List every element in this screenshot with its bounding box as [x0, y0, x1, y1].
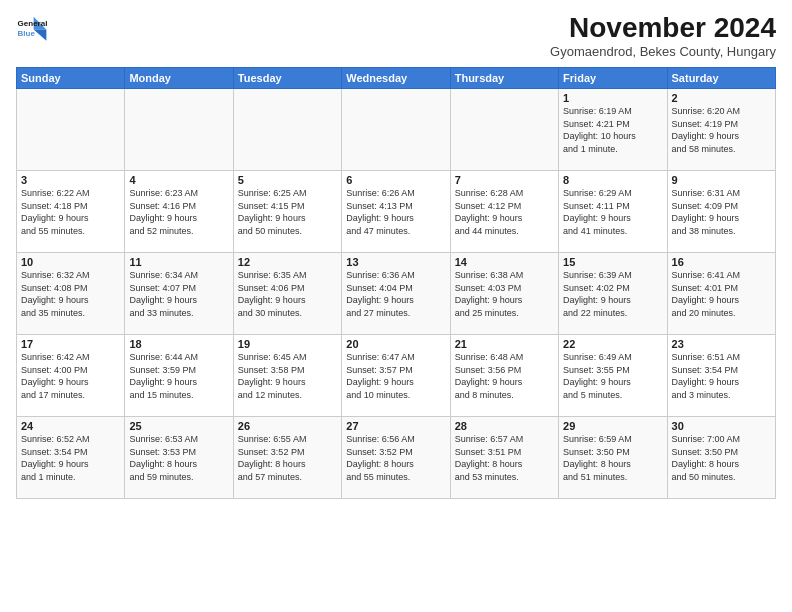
day-info: Sunrise: 6:39 AM Sunset: 4:02 PM Dayligh…: [563, 269, 662, 319]
calendar-cell: 6Sunrise: 6:26 AM Sunset: 4:13 PM Daylig…: [342, 171, 450, 253]
day-number: 25: [129, 420, 228, 432]
day-info: Sunrise: 6:41 AM Sunset: 4:01 PM Dayligh…: [672, 269, 771, 319]
header-day-thursday: Thursday: [450, 68, 558, 89]
header-day-wednesday: Wednesday: [342, 68, 450, 89]
day-number: 10: [21, 256, 120, 268]
day-number: 15: [563, 256, 662, 268]
calendar-cell: 5Sunrise: 6:25 AM Sunset: 4:15 PM Daylig…: [233, 171, 341, 253]
day-number: 12: [238, 256, 337, 268]
day-info: Sunrise: 6:23 AM Sunset: 4:16 PM Dayligh…: [129, 187, 228, 237]
calendar-cell: 2Sunrise: 6:20 AM Sunset: 4:19 PM Daylig…: [667, 89, 775, 171]
day-info: Sunrise: 6:25 AM Sunset: 4:15 PM Dayligh…: [238, 187, 337, 237]
day-number: 2: [672, 92, 771, 104]
calendar-cell: 4Sunrise: 6:23 AM Sunset: 4:16 PM Daylig…: [125, 171, 233, 253]
calendar-cell: 1Sunrise: 6:19 AM Sunset: 4:21 PM Daylig…: [559, 89, 667, 171]
day-info: Sunrise: 6:42 AM Sunset: 4:00 PM Dayligh…: [21, 351, 120, 401]
calendar-cell: 16Sunrise: 6:41 AM Sunset: 4:01 PM Dayli…: [667, 253, 775, 335]
day-number: 22: [563, 338, 662, 350]
calendar-cell: 14Sunrise: 6:38 AM Sunset: 4:03 PM Dayli…: [450, 253, 558, 335]
calendar-cell: 19Sunrise: 6:45 AM Sunset: 3:58 PM Dayli…: [233, 335, 341, 417]
day-number: 20: [346, 338, 445, 350]
day-info: Sunrise: 6:34 AM Sunset: 4:07 PM Dayligh…: [129, 269, 228, 319]
header: General Blue November 2024 Gyomaendrod, …: [16, 12, 776, 59]
day-number: 28: [455, 420, 554, 432]
day-number: 24: [21, 420, 120, 432]
calendar-cell: 21Sunrise: 6:48 AM Sunset: 3:56 PM Dayli…: [450, 335, 558, 417]
day-info: Sunrise: 6:53 AM Sunset: 3:53 PM Dayligh…: [129, 433, 228, 483]
calendar-cell: [17, 89, 125, 171]
header-day-monday: Monday: [125, 68, 233, 89]
calendar-body: 1Sunrise: 6:19 AM Sunset: 4:21 PM Daylig…: [17, 89, 776, 499]
logo-icon: General Blue: [16, 12, 48, 44]
month-title: November 2024: [550, 12, 776, 44]
day-number: 23: [672, 338, 771, 350]
week-row-5: 24Sunrise: 6:52 AM Sunset: 3:54 PM Dayli…: [17, 417, 776, 499]
day-number: 13: [346, 256, 445, 268]
day-info: Sunrise: 6:31 AM Sunset: 4:09 PM Dayligh…: [672, 187, 771, 237]
day-number: 9: [672, 174, 771, 186]
week-row-3: 10Sunrise: 6:32 AM Sunset: 4:08 PM Dayli…: [17, 253, 776, 335]
calendar-header: SundayMondayTuesdayWednesdayThursdayFrid…: [17, 68, 776, 89]
calendar-cell: 3Sunrise: 6:22 AM Sunset: 4:18 PM Daylig…: [17, 171, 125, 253]
day-number: 4: [129, 174, 228, 186]
day-number: 5: [238, 174, 337, 186]
calendar-cell: 9Sunrise: 6:31 AM Sunset: 4:09 PM Daylig…: [667, 171, 775, 253]
calendar-cell: 27Sunrise: 6:56 AM Sunset: 3:52 PM Dayli…: [342, 417, 450, 499]
svg-text:Blue: Blue: [18, 29, 36, 38]
calendar-cell: 23Sunrise: 6:51 AM Sunset: 3:54 PM Dayli…: [667, 335, 775, 417]
day-number: 16: [672, 256, 771, 268]
calendar-cell: [342, 89, 450, 171]
day-info: Sunrise: 6:38 AM Sunset: 4:03 PM Dayligh…: [455, 269, 554, 319]
logo: General Blue: [16, 12, 48, 44]
day-info: Sunrise: 6:59 AM Sunset: 3:50 PM Dayligh…: [563, 433, 662, 483]
day-info: Sunrise: 6:29 AM Sunset: 4:11 PM Dayligh…: [563, 187, 662, 237]
week-row-2: 3Sunrise: 6:22 AM Sunset: 4:18 PM Daylig…: [17, 171, 776, 253]
day-number: 21: [455, 338, 554, 350]
day-info: Sunrise: 6:22 AM Sunset: 4:18 PM Dayligh…: [21, 187, 120, 237]
day-number: 18: [129, 338, 228, 350]
week-row-1: 1Sunrise: 6:19 AM Sunset: 4:21 PM Daylig…: [17, 89, 776, 171]
calendar-table: SundayMondayTuesdayWednesdayThursdayFrid…: [16, 67, 776, 499]
day-number: 8: [563, 174, 662, 186]
calendar-cell: 15Sunrise: 6:39 AM Sunset: 4:02 PM Dayli…: [559, 253, 667, 335]
calendar-cell: 18Sunrise: 6:44 AM Sunset: 3:59 PM Dayli…: [125, 335, 233, 417]
day-info: Sunrise: 6:48 AM Sunset: 3:56 PM Dayligh…: [455, 351, 554, 401]
calendar-cell: 25Sunrise: 6:53 AM Sunset: 3:53 PM Dayli…: [125, 417, 233, 499]
calendar-cell: 28Sunrise: 6:57 AM Sunset: 3:51 PM Dayli…: [450, 417, 558, 499]
day-number: 26: [238, 420, 337, 432]
calendar-cell: 13Sunrise: 6:36 AM Sunset: 4:04 PM Dayli…: [342, 253, 450, 335]
calendar-cell: 26Sunrise: 6:55 AM Sunset: 3:52 PM Dayli…: [233, 417, 341, 499]
day-info: Sunrise: 6:52 AM Sunset: 3:54 PM Dayligh…: [21, 433, 120, 483]
day-number: 17: [21, 338, 120, 350]
day-info: Sunrise: 6:57 AM Sunset: 3:51 PM Dayligh…: [455, 433, 554, 483]
calendar-cell: 30Sunrise: 7:00 AM Sunset: 3:50 PM Dayli…: [667, 417, 775, 499]
day-number: 30: [672, 420, 771, 432]
calendar-cell: 22Sunrise: 6:49 AM Sunset: 3:55 PM Dayli…: [559, 335, 667, 417]
calendar-cell: 10Sunrise: 6:32 AM Sunset: 4:08 PM Dayli…: [17, 253, 125, 335]
day-info: Sunrise: 6:55 AM Sunset: 3:52 PM Dayligh…: [238, 433, 337, 483]
day-info: Sunrise: 6:20 AM Sunset: 4:19 PM Dayligh…: [672, 105, 771, 155]
calendar-cell: [233, 89, 341, 171]
header-day-saturday: Saturday: [667, 68, 775, 89]
day-number: 27: [346, 420, 445, 432]
calendar-cell: 24Sunrise: 6:52 AM Sunset: 3:54 PM Dayli…: [17, 417, 125, 499]
calendar-cell: 29Sunrise: 6:59 AM Sunset: 3:50 PM Dayli…: [559, 417, 667, 499]
calendar-cell: 12Sunrise: 6:35 AM Sunset: 4:06 PM Dayli…: [233, 253, 341, 335]
day-info: Sunrise: 6:32 AM Sunset: 4:08 PM Dayligh…: [21, 269, 120, 319]
week-row-4: 17Sunrise: 6:42 AM Sunset: 4:00 PM Dayli…: [17, 335, 776, 417]
day-info: Sunrise: 6:49 AM Sunset: 3:55 PM Dayligh…: [563, 351, 662, 401]
day-info: Sunrise: 6:56 AM Sunset: 3:52 PM Dayligh…: [346, 433, 445, 483]
day-info: Sunrise: 6:35 AM Sunset: 4:06 PM Dayligh…: [238, 269, 337, 319]
calendar-cell: 17Sunrise: 6:42 AM Sunset: 4:00 PM Dayli…: [17, 335, 125, 417]
day-info: Sunrise: 6:51 AM Sunset: 3:54 PM Dayligh…: [672, 351, 771, 401]
day-info: Sunrise: 6:44 AM Sunset: 3:59 PM Dayligh…: [129, 351, 228, 401]
day-number: 7: [455, 174, 554, 186]
day-info: Sunrise: 6:28 AM Sunset: 4:12 PM Dayligh…: [455, 187, 554, 237]
calendar-cell: [125, 89, 233, 171]
header-day-sunday: Sunday: [17, 68, 125, 89]
day-number: 3: [21, 174, 120, 186]
day-number: 11: [129, 256, 228, 268]
page: General Blue November 2024 Gyomaendrod, …: [0, 0, 792, 612]
day-info: Sunrise: 6:26 AM Sunset: 4:13 PM Dayligh…: [346, 187, 445, 237]
day-info: Sunrise: 6:19 AM Sunset: 4:21 PM Dayligh…: [563, 105, 662, 155]
